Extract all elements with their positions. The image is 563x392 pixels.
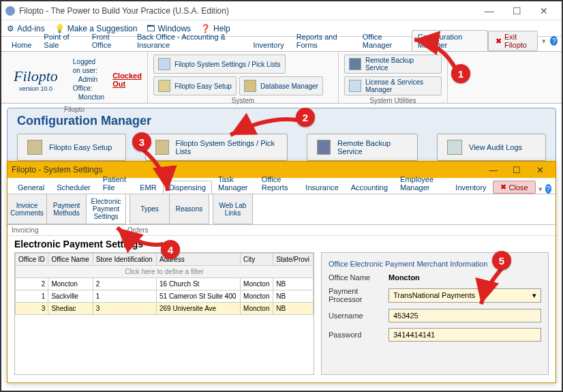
child-help[interactable]: ? [545, 184, 551, 194]
col-office-name[interactable]: Office Name [48, 254, 93, 266]
col-state[interactable]: State/Provi [273, 254, 314, 266]
clocked-status[interactable]: Clocked Out [112, 72, 142, 88]
database-icon [244, 80, 256, 92]
close-icon: ✖ [500, 183, 506, 192]
maximize-button[interactable]: ☐ [503, 5, 530, 16]
child-close[interactable]: ✕ [528, 165, 551, 175]
chevron-down-icon: ▾ [532, 291, 536, 300]
child-tabs: General Scheduler Patient File EMR Dispe… [7, 178, 556, 194]
dropdown-icon[interactable]: ▾ [538, 185, 543, 194]
tab-reports[interactable]: Reports and Forms [290, 30, 356, 51]
system-settings-window: Filopto - System Settings — ☐ ✕ General … [7, 161, 556, 383]
settings-icon [158, 58, 170, 70]
subribbon-labels: InvoicingOrders [7, 225, 556, 236]
child-tab-accounting[interactable]: Accounting [345, 181, 394, 194]
child-close-button[interactable]: ✖Close [493, 181, 536, 194]
exit-icon: ✖ [496, 37, 502, 46]
callout-3: 3 [132, 132, 151, 151]
child-tab-task[interactable]: Task Manager [212, 172, 256, 194]
disk-icon [349, 58, 361, 70]
payment-processor-select[interactable]: TransNational Payments▾ [389, 288, 541, 303]
filter-row[interactable]: Click here to define a filter [16, 266, 314, 278]
child-tab-general[interactable]: General [12, 181, 50, 194]
ribbon: Filopto version 10.0 Logged on user: Adm… [1, 52, 562, 104]
tab-office-manager[interactable]: Office Manager [356, 30, 412, 51]
detail-office-name: Moncton [389, 273, 420, 282]
app-icon [5, 6, 15, 16]
ribbon-easy-setup[interactable]: Filopto Easy Setup [153, 76, 237, 95]
panel-audit-logs[interactable]: View Audit Logs [437, 134, 546, 161]
window-title: Filopto - The Power to Build Your Practi… [19, 6, 229, 16]
child-tab-inventory[interactable]: Inventory [449, 181, 492, 194]
logon-info: Logged on user: Admin Office: Moncton [69, 55, 108, 104]
ribbon-system-settings[interactable]: Filopto System Settings / Pick Lists [153, 55, 286, 74]
gear-icon: ⚙ [7, 24, 14, 33]
help-button[interactable]: ? [550, 36, 558, 46]
exit-filopto-button[interactable]: ✖Exit Filopto [488, 31, 538, 51]
tab-front-office[interactable]: Front Office [86, 30, 131, 51]
dispensing-subribbon: Invoice Comments Payment Methods Electro… [7, 194, 556, 225]
close-button[interactable]: ✕ [530, 5, 558, 16]
dropdown-icon[interactable]: ▾ [542, 37, 546, 46]
disk-icon [317, 140, 330, 155]
table-row[interactable]: 1Sackville151 Cameron St Suite 400Moncto… [16, 290, 314, 303]
child-title: Filopto - System Settings [12, 165, 102, 175]
child-tab-employee[interactable]: Employee Manager [394, 172, 449, 194]
tab-pos[interactable]: Point of Sale [37, 30, 85, 51]
main-tabs: Home Point of Sale Front Office Back Off… [1, 37, 562, 52]
sub-web-lab-links[interactable]: Web Lab Links [213, 194, 253, 224]
col-city[interactable]: City [241, 254, 273, 266]
minimize-button[interactable]: — [476, 5, 503, 16]
window-titlebar: Filopto - The Power to Build Your Practi… [1, 1, 562, 20]
arrow-5 [478, 267, 513, 310]
panel-easy-setup[interactable]: Filopto Easy Setup [17, 134, 126, 161]
section-title: Electronic Payment Settings [7, 236, 556, 252]
merchant-detail: Office Electronic Payment Merchant Infor… [321, 252, 549, 375]
logo: Filopto version 10.0 [7, 55, 65, 104]
table-row[interactable]: 2Moncton216 Church StMonctonNB [16, 278, 314, 290]
arrow-3 [138, 147, 172, 196]
tools-icon [27, 140, 42, 155]
child-maximize[interactable]: ☐ [505, 165, 528, 175]
license-icon [349, 80, 361, 92]
child-minimize[interactable]: — [482, 165, 505, 175]
col-store[interactable]: Store Identification [93, 254, 156, 266]
sub-invoice-comments[interactable]: Invoice Comments [7, 194, 47, 224]
offices-grid[interactable]: Office ID Office Name Store Identificati… [14, 252, 314, 375]
sub-reasons[interactable]: Reasons [170, 194, 209, 224]
tools-icon [158, 80, 170, 92]
arrow-2 [226, 116, 301, 145]
tab-inventory[interactable]: Inventory [247, 38, 290, 51]
sub-types[interactable]: Types [130, 194, 170, 224]
col-office-id[interactable]: Office ID [16, 254, 48, 266]
arrow-4 [113, 224, 168, 252]
child-tab-reports[interactable]: Office Reports [256, 172, 299, 194]
ribbon-license-manager[interactable]: License & Services Manager [344, 76, 442, 95]
callout-1: 1 [451, 64, 470, 83]
callout-2: 2 [296, 108, 315, 127]
callout-5: 5 [492, 251, 511, 270]
panel-remote-backup[interactable]: Remote Backup Service [307, 134, 418, 161]
child-tab-patient[interactable]: Patient File [97, 172, 134, 194]
sub-payment-methods[interactable]: Payment Methods [47, 194, 87, 224]
tab-home[interactable]: Home [5, 38, 37, 51]
tab-back-office[interactable]: Back Office - Accounting & Insurance [131, 30, 247, 51]
password-input[interactable] [389, 328, 541, 342]
log-icon [447, 140, 462, 155]
callout-4: 4 [161, 240, 180, 259]
child-tab-insurance[interactable]: Insurance [299, 181, 344, 194]
username-input[interactable] [389, 309, 541, 322]
table-row[interactable]: 3Shediac3269 Universite AveMonctonNB [16, 303, 314, 315]
sub-electronic-payment-settings[interactable]: Electronic Payment Settings [87, 194, 126, 224]
ribbon-database-manager[interactable]: Database Manager [239, 76, 323, 95]
child-tab-scheduler[interactable]: Scheduler [50, 181, 97, 194]
